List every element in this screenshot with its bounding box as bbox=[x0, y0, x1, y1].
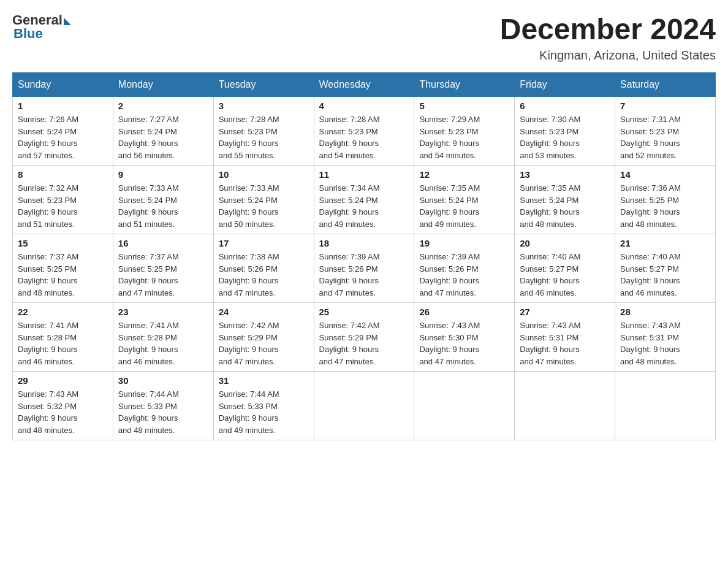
day-number: 18 bbox=[319, 238, 409, 248]
weekday-header-thursday: Thursday bbox=[414, 73, 515, 97]
day-info: Sunrise: 7:34 AMSunset: 5:24 PMDaylight:… bbox=[319, 182, 409, 230]
day-cell-1: 1Sunrise: 7:26 AMSunset: 5:24 PMDaylight… bbox=[13, 97, 113, 166]
day-info: Sunrise: 7:28 AMSunset: 5:23 PMDaylight:… bbox=[219, 113, 309, 161]
day-number: 13 bbox=[520, 169, 610, 180]
title-section: December 2024 Kingman, Arizona, United S… bbox=[500, 12, 716, 63]
day-info: Sunrise: 7:37 AMSunset: 5:25 PMDaylight:… bbox=[18, 251, 108, 299]
day-info: Sunrise: 7:33 AMSunset: 5:24 PMDaylight:… bbox=[118, 182, 208, 230]
day-info: Sunrise: 7:40 AMSunset: 5:27 PMDaylight:… bbox=[620, 251, 710, 299]
day-info: Sunrise: 7:36 AMSunset: 5:25 PMDaylight:… bbox=[620, 182, 710, 230]
day-cell-22: 22Sunrise: 7:41 AMSunset: 5:28 PMDayligh… bbox=[13, 303, 113, 372]
day-cell-8: 8Sunrise: 7:32 AMSunset: 5:23 PMDaylight… bbox=[13, 166, 113, 234]
day-cell-31: 31Sunrise: 7:44 AMSunset: 5:33 PMDayligh… bbox=[213, 372, 314, 440]
week-row-2: 8Sunrise: 7:32 AMSunset: 5:23 PMDaylight… bbox=[13, 166, 716, 234]
day-info: Sunrise: 7:31 AMSunset: 5:23 PMDaylight:… bbox=[620, 113, 710, 161]
week-row-3: 15Sunrise: 7:37 AMSunset: 5:25 PMDayligh… bbox=[13, 234, 716, 303]
day-info: Sunrise: 7:43 AMSunset: 5:32 PMDaylight:… bbox=[18, 388, 108, 436]
empty-cell bbox=[615, 372, 716, 440]
day-number: 12 bbox=[419, 169, 509, 180]
day-number: 20 bbox=[520, 238, 610, 248]
day-number: 26 bbox=[419, 307, 509, 317]
day-info: Sunrise: 7:29 AMSunset: 5:23 PMDaylight:… bbox=[419, 113, 509, 161]
day-cell-27: 27Sunrise: 7:43 AMSunset: 5:31 PMDayligh… bbox=[515, 303, 615, 372]
day-info: Sunrise: 7:41 AMSunset: 5:28 PMDaylight:… bbox=[18, 320, 108, 367]
day-number: 24 bbox=[219, 307, 309, 317]
day-cell-7: 7Sunrise: 7:31 AMSunset: 5:23 PMDaylight… bbox=[615, 97, 716, 166]
day-info: Sunrise: 7:43 AMSunset: 5:31 PMDaylight:… bbox=[620, 320, 710, 367]
day-cell-5: 5Sunrise: 7:29 AMSunset: 5:23 PMDaylight… bbox=[414, 97, 515, 166]
day-info: Sunrise: 7:40 AMSunset: 5:27 PMDaylight:… bbox=[520, 251, 610, 299]
logo-blue-text: Blue bbox=[12, 26, 43, 42]
day-number: 28 bbox=[620, 307, 710, 317]
empty-cell bbox=[414, 372, 515, 440]
day-cell-19: 19Sunrise: 7:39 AMSunset: 5:26 PMDayligh… bbox=[414, 234, 515, 303]
day-info: Sunrise: 7:37 AMSunset: 5:25 PMDaylight:… bbox=[118, 251, 208, 299]
day-cell-20: 20Sunrise: 7:40 AMSunset: 5:27 PMDayligh… bbox=[515, 234, 615, 303]
empty-cell bbox=[515, 372, 615, 440]
day-cell-6: 6Sunrise: 7:30 AMSunset: 5:23 PMDaylight… bbox=[515, 97, 615, 166]
day-info: Sunrise: 7:30 AMSunset: 5:23 PMDaylight:… bbox=[520, 113, 610, 161]
day-number: 6 bbox=[520, 101, 610, 111]
day-info: Sunrise: 7:42 AMSunset: 5:29 PMDaylight:… bbox=[319, 320, 409, 367]
day-cell-9: 9Sunrise: 7:33 AMSunset: 5:24 PMDaylight… bbox=[113, 166, 213, 234]
day-number: 30 bbox=[118, 375, 208, 386]
day-number: 10 bbox=[219, 169, 309, 180]
day-number: 8 bbox=[18, 169, 108, 180]
weekday-header-saturday: Saturday bbox=[615, 73, 716, 97]
day-cell-28: 28Sunrise: 7:43 AMSunset: 5:31 PMDayligh… bbox=[615, 303, 716, 372]
weekday-header-monday: Monday bbox=[113, 73, 213, 97]
day-cell-24: 24Sunrise: 7:42 AMSunset: 5:29 PMDayligh… bbox=[213, 303, 314, 372]
day-number: 31 bbox=[219, 375, 309, 386]
day-cell-2: 2Sunrise: 7:27 AMSunset: 5:24 PMDaylight… bbox=[113, 97, 213, 166]
day-cell-16: 16Sunrise: 7:37 AMSunset: 5:25 PMDayligh… bbox=[113, 234, 213, 303]
day-number: 2 bbox=[118, 101, 208, 111]
day-number: 1 bbox=[18, 101, 108, 111]
day-number: 5 bbox=[419, 101, 509, 111]
day-number: 29 bbox=[18, 375, 108, 386]
logo-triangle-icon bbox=[64, 18, 71, 25]
day-info: Sunrise: 7:42 AMSunset: 5:29 PMDaylight:… bbox=[219, 320, 309, 367]
weekday-header-sunday: Sunday bbox=[13, 73, 113, 97]
day-number: 27 bbox=[520, 307, 610, 317]
day-number: 4 bbox=[319, 101, 409, 111]
empty-cell bbox=[314, 372, 414, 440]
day-number: 14 bbox=[620, 169, 710, 180]
day-info: Sunrise: 7:26 AMSunset: 5:24 PMDaylight:… bbox=[18, 113, 108, 161]
day-number: 3 bbox=[219, 101, 309, 111]
day-number: 21 bbox=[620, 238, 710, 248]
week-row-5: 29Sunrise: 7:43 AMSunset: 5:32 PMDayligh… bbox=[13, 372, 716, 440]
day-cell-14: 14Sunrise: 7:36 AMSunset: 5:25 PMDayligh… bbox=[615, 166, 716, 234]
day-info: Sunrise: 7:27 AMSunset: 5:24 PMDaylight:… bbox=[118, 113, 208, 161]
location-text: Kingman, Arizona, United States bbox=[500, 48, 716, 63]
day-cell-15: 15Sunrise: 7:37 AMSunset: 5:25 PMDayligh… bbox=[13, 234, 113, 303]
day-info: Sunrise: 7:35 AMSunset: 5:24 PMDaylight:… bbox=[419, 182, 509, 230]
weekday-header-friday: Friday bbox=[515, 73, 615, 97]
day-number: 25 bbox=[319, 307, 409, 317]
day-cell-29: 29Sunrise: 7:43 AMSunset: 5:32 PMDayligh… bbox=[13, 372, 113, 440]
weekday-header-row: SundayMondayTuesdayWednesdayThursdayFrid… bbox=[13, 73, 716, 97]
day-number: 17 bbox=[219, 238, 309, 248]
day-info: Sunrise: 7:43 AMSunset: 5:30 PMDaylight:… bbox=[419, 320, 509, 367]
day-info: Sunrise: 7:38 AMSunset: 5:26 PMDaylight:… bbox=[219, 251, 309, 299]
day-cell-23: 23Sunrise: 7:41 AMSunset: 5:28 PMDayligh… bbox=[113, 303, 213, 372]
day-cell-11: 11Sunrise: 7:34 AMSunset: 5:24 PMDayligh… bbox=[314, 166, 414, 234]
day-cell-21: 21Sunrise: 7:40 AMSunset: 5:27 PMDayligh… bbox=[615, 234, 716, 303]
day-cell-25: 25Sunrise: 7:42 AMSunset: 5:29 PMDayligh… bbox=[314, 303, 414, 372]
day-info: Sunrise: 7:33 AMSunset: 5:24 PMDaylight:… bbox=[219, 182, 309, 230]
day-number: 11 bbox=[319, 169, 409, 180]
calendar-table: SundayMondayTuesdayWednesdayThursdayFrid… bbox=[12, 72, 716, 440]
weekday-header-wednesday: Wednesday bbox=[314, 73, 414, 97]
day-number: 16 bbox=[118, 238, 208, 248]
day-number: 19 bbox=[419, 238, 509, 248]
day-number: 15 bbox=[18, 238, 108, 248]
day-cell-30: 30Sunrise: 7:44 AMSunset: 5:33 PMDayligh… bbox=[113, 372, 213, 440]
month-title: December 2024 bbox=[500, 12, 716, 46]
week-row-1: 1Sunrise: 7:26 AMSunset: 5:24 PMDaylight… bbox=[13, 97, 716, 166]
day-info: Sunrise: 7:43 AMSunset: 5:31 PMDaylight:… bbox=[520, 320, 610, 367]
day-cell-13: 13Sunrise: 7:35 AMSunset: 5:24 PMDayligh… bbox=[515, 166, 615, 234]
day-cell-26: 26Sunrise: 7:43 AMSunset: 5:30 PMDayligh… bbox=[414, 303, 515, 372]
day-info: Sunrise: 7:44 AMSunset: 5:33 PMDaylight:… bbox=[219, 388, 309, 436]
weekday-header-tuesday: Tuesday bbox=[213, 73, 314, 97]
day-cell-18: 18Sunrise: 7:39 AMSunset: 5:26 PMDayligh… bbox=[314, 234, 414, 303]
day-info: Sunrise: 7:41 AMSunset: 5:28 PMDaylight:… bbox=[118, 320, 208, 367]
